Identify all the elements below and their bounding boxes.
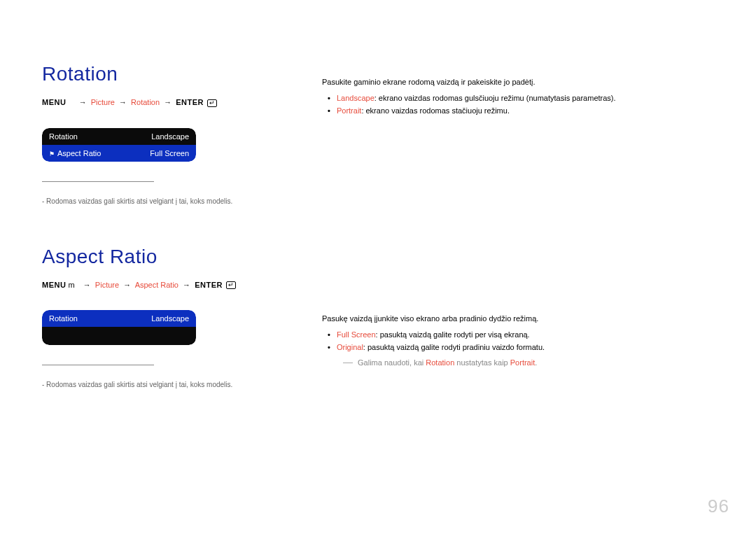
breadcrumb-rotation: MENU → Picture → Rotation → ENTER (42, 98, 315, 107)
breadcrumb-arrow: → (183, 281, 190, 289)
enter-icon (207, 99, 217, 107)
bullet-text: : ekrano vaizdas rodomas stačiuoju režim… (361, 106, 510, 115)
breadcrumb-arrow: → (83, 281, 91, 289)
bullet-term: Portrait (337, 106, 361, 115)
note-prefix: Galima naudoti, kai (358, 358, 426, 367)
bullet-term: Landscape (337, 94, 374, 102)
breadcrumb-arrow: → (123, 281, 131, 289)
breadcrumb-arrow: → (79, 98, 87, 106)
breadcrumb-arrow: → (119, 98, 127, 106)
bullet-text: : pasuktą vaizdą galite rodyti per visą … (376, 330, 530, 339)
ui-value: Full Screen (150, 149, 189, 157)
footnote-text: - Rodomas vaizdas gali skirtis atsi velg… (42, 197, 315, 205)
rotation-bullets: Landscape: ekrano vaizdas rodomas gulsči… (336, 92, 616, 118)
bullet-original: Original: pasuktą vaizdą galite rodyti p… (336, 341, 616, 354)
bullet-text: : pasuktą vaizdą galite rodyti pradiniu … (363, 343, 545, 351)
rotation-ui-panel: Rotation Landscape ⚑Aspect Ratio Full Sc… (42, 128, 196, 162)
breadcrumb-rotation-item: Rotation (131, 98, 160, 106)
breadcrumb-menu: MENU (42, 281, 66, 289)
breadcrumb-arrow: → (164, 98, 172, 106)
aspect-note: ― Galima naudoti, kai Rotation nustatyta… (343, 354, 616, 371)
ui-label: ⚑Aspect Ratio (49, 149, 101, 157)
rotation-desc: Pasukite gaminio ekrane rodomą vaizdą ir… (322, 76, 616, 89)
bullet-fullscreen: Full Screen: pasuktą vaizdą galite rodyt… (336, 328, 616, 342)
aspect-desc: Pasukę vaizdą įjunkite viso ekrano arba … (322, 312, 616, 325)
footnote-divider (42, 365, 154, 375)
ui-row-empty (42, 327, 196, 345)
breadcrumb-m: m (68, 281, 74, 289)
ui-row-aspect-ratio[interactable]: ⚑Aspect Ratio Full Screen (42, 145, 196, 162)
bullet-text: : ekrano vaizdas rodomas gulsčiuoju reži… (374, 94, 616, 102)
aspect-ui-panel: Rotation Landscape (42, 310, 196, 345)
breadcrumb-picture: Picture (95, 281, 119, 289)
bullet-term: Original (337, 343, 363, 351)
ui-value: Landscape (151, 314, 189, 323)
ui-label: Rotation (49, 132, 78, 141)
aspect-heading: Aspect Ratio (42, 246, 315, 268)
note-end: . (535, 358, 537, 367)
bullet-term: Full Screen (337, 330, 376, 339)
breadcrumb-picture: Picture (91, 98, 115, 106)
note-portrait: Portrait (510, 358, 535, 367)
note-rotation: Rotation (426, 358, 454, 367)
enter-icon (226, 281, 236, 289)
breadcrumb-enter: ENTER (195, 281, 223, 289)
breadcrumb-enter: ENTER (176, 98, 204, 106)
bullet-portrait: Portrait: ekrano vaizdas rodomas stačiuo… (336, 104, 616, 118)
ui-label: Rotation (49, 314, 78, 323)
breadcrumb-aspect-item: Aspect Ratio (135, 281, 178, 289)
page-number: 96 (708, 496, 729, 517)
ui-value: Landscape (151, 132, 189, 141)
ui-row-rotation[interactable]: Rotation Landscape (42, 128, 196, 145)
aspect-bullets: Full Screen: pasuktą vaizdą galite rodyt… (336, 328, 616, 354)
footnote-text: - Rodomas vaizdas gali skirtis atsi velg… (42, 381, 315, 388)
rotation-heading: Rotation (42, 63, 315, 85)
bullet-landscape: Landscape: ekrano vaizdas rodomas gulsči… (336, 92, 616, 105)
breadcrumb-menu: MENU (42, 98, 66, 106)
flag-icon: ⚑ (49, 150, 55, 157)
ui-row-rotation-2[interactable]: Rotation Landscape (42, 310, 196, 327)
breadcrumb-aspect: MENU m → Picture → Aspect Ratio → ENTER (42, 281, 315, 290)
footnote-divider (42, 181, 154, 192)
note-mid: nustatytas kaip (456, 358, 510, 367)
